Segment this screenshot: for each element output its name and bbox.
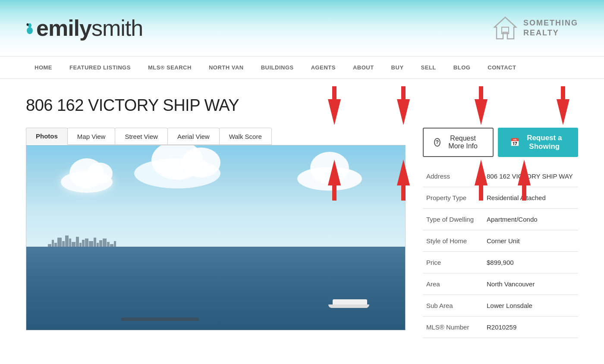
logo-text: emilysmith — [36, 15, 143, 41]
detail-value: Lower Lonsdale — [483, 295, 578, 317]
logo-area: emilysmith — [26, 15, 143, 41]
page-header: emilysmith SOMETHING REALTY — [0, 0, 604, 56]
table-row: AreaNorth Vancouver — [423, 273, 578, 295]
nav-item-blog: BLOG — [445, 56, 479, 78]
request-info-button[interactable]: ? Request More Info — [423, 128, 494, 157]
property-layout: PhotosMap ViewStreet ViewAerial ViewWalk… — [26, 128, 578, 338]
svg-point-2 — [27, 23, 29, 26]
detail-label: Sub Area — [423, 295, 483, 317]
tab-street-view[interactable]: Street View — [115, 128, 167, 145]
nav-link-sell[interactable]: SELL — [412, 56, 445, 78]
realty-house-icon — [492, 15, 518, 41]
svg-point-0 — [27, 27, 33, 34]
tab-photos[interactable]: Photos — [26, 128, 68, 145]
nav-link-agents[interactable]: AGENTS — [302, 56, 344, 78]
table-row: MLS® NumberR2010259 — [423, 317, 578, 338]
info-circle-icon: ? — [434, 138, 440, 147]
property-title: 806 162 VICTORY SHIP WAY — [26, 96, 578, 115]
svg-point-1 — [28, 23, 31, 28]
tab-walk-score[interactable]: Walk Score — [219, 128, 272, 145]
detail-value: 806 162 VICTORY SHIP WAY — [483, 166, 578, 187]
nav-link-buildings[interactable]: BUILDINGS — [252, 56, 302, 78]
property-image — [26, 145, 406, 330]
table-row: Address806 162 VICTORY SHIP WAY — [423, 166, 578, 187]
nav-item-featured-listings: FEATURED LISTINGS — [61, 56, 139, 78]
property-details-table: Address806 162 VICTORY SHIP WAYProperty … — [423, 166, 578, 338]
detail-label: Price — [423, 252, 483, 273]
nav-item-contact: CONTACT — [479, 56, 525, 78]
nav-item-buildings: BUILDINGS — [252, 56, 302, 78]
table-row: Type of DwellingApartment/Condo — [423, 209, 578, 230]
detail-value: Apartment/Condo — [483, 209, 578, 230]
nav-item-home: HOME — [26, 56, 61, 78]
realty-logo: SOMETHING REALTY — [492, 15, 578, 41]
water-bg — [26, 247, 405, 330]
table-row: Property TypeResidential Attached — [423, 187, 578, 209]
realty-name: SOMETHING REALTY — [523, 18, 578, 38]
nav-link-blog[interactable]: BLOG — [445, 56, 479, 78]
nav-item-buy: BUY — [383, 56, 412, 78]
nav-link-about[interactable]: ABOUT — [344, 56, 383, 78]
request-showing-button[interactable]: 📅 Request a Showing — [498, 128, 578, 157]
table-row: Price$899,900 — [423, 252, 578, 273]
nav-item-mls-search: MLS® SEARCH — [139, 56, 200, 78]
nav-link-home[interactable]: HOME — [26, 56, 61, 78]
detail-value: $899,900 — [483, 252, 578, 273]
left-column: PhotosMap ViewStreet ViewAerial ViewWalk… — [26, 128, 406, 338]
nav-item-agents: AGENTS — [302, 56, 344, 78]
nav-item-sell: SELL — [412, 56, 445, 78]
calendar-icon: 📅 — [510, 138, 519, 147]
detail-label: Address — [423, 166, 483, 187]
nav-item-north-van: NORTH VAN — [200, 56, 252, 78]
tab-aerial-view[interactable]: Aerial View — [167, 128, 220, 145]
logo-drop-icon — [26, 22, 34, 34]
detail-label: MLS® Number — [423, 317, 483, 338]
nav-item-about: ABOUT — [344, 56, 383, 78]
detail-value: R2010259 — [483, 317, 578, 338]
table-row: Sub AreaLower Lonsdale — [423, 295, 578, 317]
action-buttons: ? Request More Info 📅 Request a Showing — [423, 128, 578, 157]
main-nav: HOMEFEATURED LISTINGSMLS® SEARCHNORTH VA… — [0, 56, 604, 79]
pier — [121, 317, 199, 321]
cloud-3 — [297, 167, 362, 191]
detail-label: Area — [423, 273, 483, 295]
right-column: ? Request More Info 📅 Request a Showing … — [423, 128, 578, 338]
detail-value: Residential Attached — [483, 187, 578, 209]
detail-value: North Vancouver — [483, 273, 578, 295]
tab-map-view[interactable]: Map View — [67, 128, 116, 145]
svg-marker-3 — [494, 17, 516, 39]
detail-value: Corner Unit — [483, 230, 578, 252]
nav-link-buy[interactable]: BUY — [383, 56, 412, 78]
ship — [333, 299, 367, 308]
view-tabs: PhotosMap ViewStreet ViewAerial ViewWalk… — [26, 128, 406, 145]
detail-label: Property Type — [423, 187, 483, 209]
nav-link-mls-search[interactable]: MLS® SEARCH — [139, 56, 200, 78]
nav-link-featured-listings[interactable]: FEATURED LISTINGS — [61, 56, 139, 78]
detail-label: Type of Dwelling — [423, 209, 483, 230]
detail-label: Style of Home — [423, 230, 483, 252]
nav-link-contact[interactable]: CONTACT — [479, 56, 525, 78]
nav-link-north-van[interactable]: NORTH VAN — [200, 56, 252, 78]
cloud-2 — [134, 158, 220, 188]
cloud-1 — [61, 171, 113, 193]
table-row: Style of HomeCorner Unit — [423, 230, 578, 252]
main-content: 806 162 VICTORY SHIP WAY PhotosMap ViewS… — [0, 79, 604, 355]
